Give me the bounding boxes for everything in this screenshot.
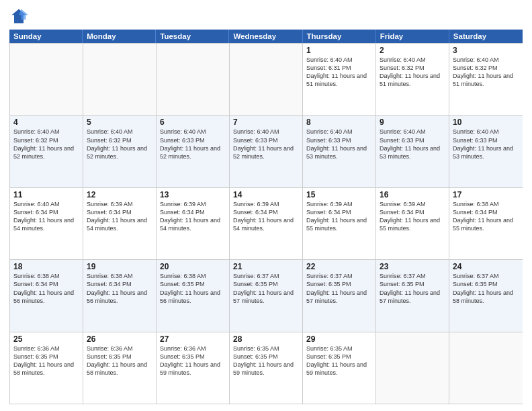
day-number: 6 [160, 118, 226, 127]
day-number: 24 [453, 262, 519, 271]
calendar-cell-4-6 [449, 332, 523, 404]
calendar-cell-2-6: 17Sunrise: 6:38 AMSunset: 6:34 PMDayligh… [449, 188, 523, 259]
day-info: Sunrise: 6:35 AMSunset: 6:35 PMDaylight:… [306, 345, 372, 377]
day-number: 21 [233, 262, 299, 271]
day-number: 7 [233, 118, 299, 127]
calendar-cell-1-6: 10Sunrise: 6:40 AMSunset: 6:33 PMDayligh… [449, 116, 523, 187]
calendar-cell-0-4: 1Sunrise: 6:40 AMSunset: 6:31 PMDaylight… [303, 44, 376, 115]
day-number: 12 [87, 190, 152, 199]
day-info: Sunrise: 6:39 AMSunset: 6:34 PMDaylight:… [160, 200, 226, 233]
day-info: Sunrise: 6:40 AMSunset: 6:34 PMDaylight:… [13, 200, 79, 233]
day-number: 18 [13, 262, 79, 271]
day-number: 26 [87, 334, 152, 344]
day-info: Sunrise: 6:37 AMSunset: 6:35 PMDaylight:… [306, 272, 372, 305]
day-number: 17 [453, 190, 519, 199]
day-info: Sunrise: 6:38 AMSunset: 6:34 PMDaylight:… [453, 200, 519, 233]
calendar-cell-2-2: 13Sunrise: 6:39 AMSunset: 6:34 PMDayligh… [157, 188, 230, 259]
day-number: 11 [13, 190, 79, 199]
day-number: 13 [160, 190, 226, 199]
header-day-saturday: Saturday [449, 30, 523, 43]
day-info: Sunrise: 6:40 AMSunset: 6:31 PMDaylight:… [306, 56, 372, 89]
day-info: Sunrise: 6:38 AMSunset: 6:34 PMDaylight:… [87, 272, 152, 305]
calendar-cell-1-0: 4Sunrise: 6:40 AMSunset: 6:32 PMDaylight… [10, 116, 83, 187]
header-day-friday: Friday [376, 30, 449, 43]
day-number: 2 [380, 46, 445, 55]
day-number: 19 [87, 262, 152, 271]
calendar-cell-0-2 [157, 44, 230, 115]
day-number: 1 [306, 46, 372, 55]
logo [9, 7, 31, 26]
day-info: Sunrise: 6:40 AMSunset: 6:32 PMDaylight:… [13, 128, 79, 161]
calendar-cell-4-1: 26Sunrise: 6:36 AMSunset: 6:35 PMDayligh… [83, 332, 157, 404]
day-info: Sunrise: 6:40 AMSunset: 6:33 PMDaylight:… [380, 128, 445, 161]
page: SundayMondayTuesdayWednesdayThursdayFrid… [0, 0, 532, 411]
header [9, 7, 523, 26]
header-day-monday: Monday [83, 30, 156, 43]
calendar-cell-3-3: 21Sunrise: 6:37 AMSunset: 6:35 PMDayligh… [230, 260, 303, 331]
day-info: Sunrise: 6:36 AMSunset: 6:35 PMDaylight:… [87, 345, 152, 377]
calendar-row-4: 25Sunrise: 6:36 AMSunset: 6:35 PMDayligh… [10, 332, 523, 404]
calendar-row-3: 18Sunrise: 6:38 AMSunset: 6:34 PMDayligh… [10, 259, 523, 331]
calendar-cell-3-0: 18Sunrise: 6:38 AMSunset: 6:34 PMDayligh… [10, 260, 83, 331]
calendar-row-2: 11Sunrise: 6:40 AMSunset: 6:34 PMDayligh… [10, 187, 523, 259]
day-number: 4 [13, 118, 79, 127]
day-info: Sunrise: 6:37 AMSunset: 6:35 PMDaylight:… [380, 272, 445, 305]
calendar-cell-2-1: 12Sunrise: 6:39 AMSunset: 6:34 PMDayligh… [83, 188, 157, 259]
header-day-sunday: Sunday [9, 30, 83, 43]
calendar-cell-0-6: 3Sunrise: 6:40 AMSunset: 6:32 PMDaylight… [449, 44, 523, 115]
day-number: 27 [160, 334, 226, 344]
day-number: 23 [380, 262, 445, 271]
day-info: Sunrise: 6:40 AMSunset: 6:32 PMDaylight:… [380, 56, 445, 89]
calendar-cell-4-5 [376, 332, 449, 404]
header-day-wednesday: Wednesday [229, 30, 302, 43]
day-info: Sunrise: 6:35 AMSunset: 6:35 PMDaylight:… [233, 345, 299, 377]
day-info: Sunrise: 6:38 AMSunset: 6:35 PMDaylight:… [160, 272, 226, 305]
day-info: Sunrise: 6:36 AMSunset: 6:35 PMDaylight:… [13, 345, 79, 377]
day-info: Sunrise: 6:40 AMSunset: 6:33 PMDaylight:… [233, 128, 299, 161]
header-day-thursday: Thursday [303, 30, 376, 43]
calendar-cell-3-2: 20Sunrise: 6:38 AMSunset: 6:35 PMDayligh… [157, 260, 230, 331]
calendar-cell-1-2: 6Sunrise: 6:40 AMSunset: 6:33 PMDaylight… [157, 116, 230, 187]
day-info: Sunrise: 6:40 AMSunset: 6:32 PMDaylight:… [453, 56, 519, 89]
day-number: 22 [306, 262, 372, 271]
calendar-cell-4-3: 28Sunrise: 6:35 AMSunset: 6:35 PMDayligh… [230, 332, 303, 404]
day-info: Sunrise: 6:36 AMSunset: 6:35 PMDaylight:… [160, 345, 226, 377]
day-info: Sunrise: 6:39 AMSunset: 6:34 PMDaylight:… [87, 200, 152, 233]
day-info: Sunrise: 6:40 AMSunset: 6:33 PMDaylight:… [453, 128, 519, 161]
day-number: 29 [306, 334, 372, 344]
day-number: 5 [87, 118, 152, 127]
calendar-cell-3-5: 23Sunrise: 6:37 AMSunset: 6:35 PMDayligh… [376, 260, 449, 331]
day-info: Sunrise: 6:39 AMSunset: 6:34 PMDaylight:… [233, 200, 299, 233]
calendar-cell-1-5: 9Sunrise: 6:40 AMSunset: 6:33 PMDaylight… [376, 116, 449, 187]
calendar-cell-1-3: 7Sunrise: 6:40 AMSunset: 6:33 PMDaylight… [230, 116, 303, 187]
day-number: 20 [160, 262, 226, 271]
day-number: 25 [13, 334, 79, 344]
day-info: Sunrise: 6:37 AMSunset: 6:35 PMDaylight:… [233, 272, 299, 305]
calendar-cell-2-4: 15Sunrise: 6:39 AMSunset: 6:34 PMDayligh… [303, 188, 376, 259]
day-number: 3 [453, 46, 519, 55]
day-number: 9 [380, 118, 445, 127]
calendar-body: 1Sunrise: 6:40 AMSunset: 6:31 PMDaylight… [9, 43, 523, 404]
calendar-cell-0-5: 2Sunrise: 6:40 AMSunset: 6:32 PMDaylight… [376, 44, 449, 115]
day-number: 14 [233, 190, 299, 199]
calendar-cell-2-3: 14Sunrise: 6:39 AMSunset: 6:34 PMDayligh… [230, 188, 303, 259]
day-info: Sunrise: 6:40 AMSunset: 6:32 PMDaylight:… [87, 128, 152, 161]
day-number: 8 [306, 118, 372, 127]
calendar-cell-0-0 [10, 44, 83, 115]
day-info: Sunrise: 6:39 AMSunset: 6:34 PMDaylight:… [380, 200, 445, 233]
calendar-cell-3-4: 22Sunrise: 6:37 AMSunset: 6:35 PMDayligh… [303, 260, 376, 331]
day-info: Sunrise: 6:40 AMSunset: 6:33 PMDaylight:… [160, 128, 226, 161]
calendar-cell-3-6: 24Sunrise: 6:37 AMSunset: 6:35 PMDayligh… [449, 260, 523, 331]
calendar-cell-1-4: 8Sunrise: 6:40 AMSunset: 6:33 PMDaylight… [303, 116, 376, 187]
calendar-cell-0-3 [230, 44, 303, 115]
calendar-cell-1-1: 5Sunrise: 6:40 AMSunset: 6:32 PMDaylight… [83, 116, 157, 187]
day-number: 16 [380, 190, 445, 199]
day-number: 15 [306, 190, 372, 199]
day-info: Sunrise: 6:38 AMSunset: 6:34 PMDaylight:… [13, 272, 79, 305]
day-number: 10 [453, 118, 519, 127]
calendar-cell-4-2: 27Sunrise: 6:36 AMSunset: 6:35 PMDayligh… [157, 332, 230, 404]
calendar-cell-3-1: 19Sunrise: 6:38 AMSunset: 6:34 PMDayligh… [83, 260, 157, 331]
calendar-row-1: 4Sunrise: 6:40 AMSunset: 6:32 PMDaylight… [10, 115, 523, 187]
calendar-row-0: 1Sunrise: 6:40 AMSunset: 6:31 PMDaylight… [10, 43, 523, 115]
calendar-cell-0-1 [83, 44, 157, 115]
